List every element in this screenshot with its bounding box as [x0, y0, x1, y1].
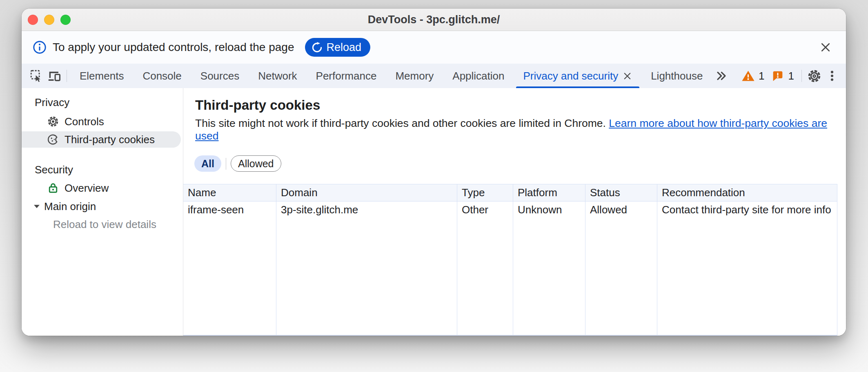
description-text: This site might not work if third-party … [195, 117, 606, 129]
reload-button[interactable]: Reload [305, 38, 371, 57]
column-header-platform[interactable]: Platform [513, 184, 585, 201]
toolbar-divider [801, 70, 802, 82]
sidebar-item-third-party-cookies[interactable]: Third-party cookies [22, 131, 181, 148]
tab-elements[interactable]: Elements [70, 64, 133, 88]
tab-memory[interactable]: Memory [386, 64, 443, 88]
table-row[interactable]: iframe-seen 3p-site.glitch.me Other Unkn… [183, 202, 837, 218]
sidebar-item-label: Overview [65, 182, 109, 195]
infobar-close-icon[interactable] [817, 39, 834, 55]
tab-label: Console [142, 70, 181, 82]
tab-console[interactable]: Console [133, 64, 191, 88]
tab-network[interactable]: Network [249, 64, 306, 88]
sidebar-item-label: Third-party cookies [65, 133, 155, 146]
toolbar-divider [67, 70, 67, 82]
cell-status: Allowed [585, 202, 657, 218]
issue-count: 1 [788, 70, 794, 82]
lock-icon [47, 182, 59, 194]
info-icon [33, 40, 47, 54]
column-header-domain[interactable]: Domain [276, 184, 457, 201]
tabbar-right-group: 1 1 [739, 67, 841, 85]
sidebar-item-controls[interactable]: Controls [22, 113, 183, 130]
gear-dot-icon [47, 115, 59, 128]
cell-recommendation: Contact third-party site for more info [657, 202, 837, 218]
triangle-down-icon [32, 202, 41, 211]
cell-domain: 3p-site.glitch.me [276, 202, 457, 218]
settings-gear-icon[interactable] [805, 67, 823, 85]
devtools-window: DevTools - 3pc.glitch.me/ To apply your … [22, 9, 846, 336]
tab-sources[interactable]: Sources [191, 64, 249, 88]
tab-performance[interactable]: Performance [307, 64, 386, 88]
tab-label: Application [452, 70, 504, 82]
warning-icon[interactable] [739, 67, 757, 85]
cookie-icon [47, 133, 59, 146]
column-header-status[interactable]: Status [585, 184, 657, 201]
tab-label: Sources [200, 70, 239, 82]
tab-lighthouse[interactable]: Lighthouse [641, 64, 712, 88]
tab-label: Performance [316, 70, 377, 82]
tab-label: Memory [395, 70, 434, 82]
table-empty-area [183, 218, 837, 335]
chip-divider [226, 158, 226, 170]
cell-type: Other [457, 202, 513, 218]
cell-name: iframe-seen [183, 202, 276, 218]
issues-icon[interactable] [769, 67, 787, 85]
column-header-type[interactable]: Type [457, 184, 513, 201]
sidebar: Privacy Controls Third-party cookies Sec… [22, 88, 183, 336]
titlebar: DevTools - 3pc.glitch.me/ [22, 9, 846, 31]
panel-content: Privacy Controls Third-party cookies Sec… [22, 88, 846, 336]
reload-icon [311, 42, 323, 53]
column-header-recommendation[interactable]: Recommendation [657, 184, 837, 201]
page-title: Third-party cookies [195, 97, 846, 113]
tab-label: Network [258, 70, 297, 82]
reload-to-view-note: Reload to view details [53, 218, 183, 231]
third-party-cookies-panel: Third-party cookies This site might not … [183, 88, 846, 336]
filter-all-chip[interactable]: All [194, 155, 221, 172]
inspect-element-icon[interactable] [27, 67, 45, 85]
tab-close-icon[interactable] [623, 71, 632, 81]
reload-infobar: To apply your updated controls, reload t… [22, 31, 846, 64]
sidebar-item-label: Main origin [44, 200, 96, 213]
sidebar-item-main-origin[interactable]: Main origin [22, 198, 183, 215]
tab-privacy-and-security[interactable]: Privacy and security [514, 64, 642, 88]
description: This site might not work if third-party … [195, 117, 846, 142]
tab-label: Privacy and security [523, 70, 619, 82]
reload-button-label: Reload [327, 41, 362, 54]
cell-platform: Unknown [513, 202, 585, 218]
tab-application[interactable]: Application [443, 64, 514, 88]
filter-chips: All Allowed [194, 155, 846, 172]
column-header-name[interactable]: Name [183, 184, 276, 201]
kebab-menu-icon[interactable] [823, 67, 841, 85]
sidebar-item-label: Controls [65, 115, 104, 128]
filter-allowed-chip[interactable]: Allowed [231, 155, 281, 172]
devtools-tabbar: Elements Console Sources Network Perform… [22, 64, 846, 88]
cookies-table: Name Domain Type Platform Status Recomme… [183, 184, 837, 336]
sidebar-item-overview[interactable]: Overview [22, 180, 183, 196]
warning-count: 1 [759, 70, 764, 82]
tab-label: Lighthouse [651, 70, 703, 82]
device-toolbar-icon[interactable] [45, 67, 63, 85]
tab-label: Elements [80, 70, 124, 82]
desktop-background: DevTools - 3pc.glitch.me/ To apply your … [0, 0, 868, 372]
sidebar-section-security: Security [35, 164, 183, 176]
infobar-message: To apply your updated controls, reload t… [53, 41, 294, 54]
table-header-row: Name Domain Type Platform Status Recomme… [183, 184, 837, 202]
more-tabs-icon[interactable] [712, 67, 730, 85]
sidebar-section-privacy: Privacy [35, 96, 183, 109]
window-title: DevTools - 3pc.glitch.me/ [22, 9, 846, 31]
